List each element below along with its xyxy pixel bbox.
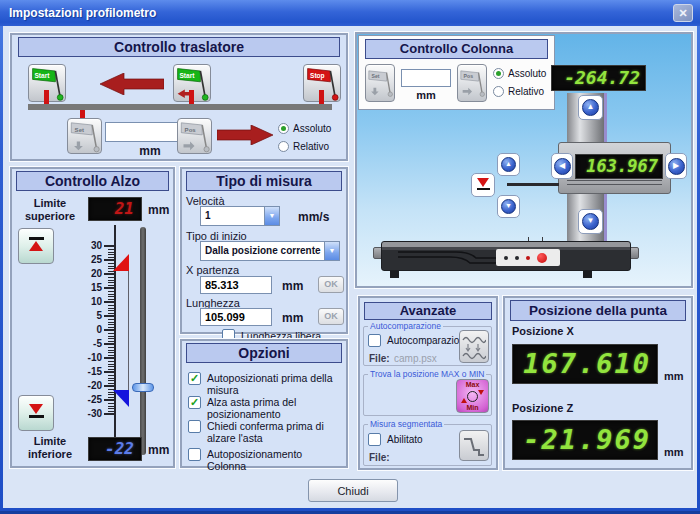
go-lower-limit-button[interactable] bbox=[18, 395, 54, 431]
group-title: Controllo Alzo bbox=[16, 171, 169, 191]
group-title: Controllo Colonna bbox=[365, 39, 548, 59]
x-partenza-label: X partenza bbox=[186, 264, 239, 276]
segmented-profile-icon bbox=[462, 434, 486, 458]
radio-relativo[interactable]: Relativo bbox=[278, 141, 329, 152]
checkbox-box bbox=[368, 334, 381, 347]
svg-text:Set: Set bbox=[372, 73, 380, 79]
fieldset-maxmin: Trova la posizione MAX o MIN Max Min bbox=[363, 374, 492, 416]
chevron-down-icon: ▼ bbox=[264, 207, 279, 225]
group-posizione-punta: Posizione della punta Posizione X 167.61… bbox=[503, 296, 693, 470]
rail-marker bbox=[319, 90, 324, 104]
column-up-button[interactable]: ▲ bbox=[578, 95, 603, 120]
rail-marker bbox=[44, 90, 49, 104]
unit-label: mm bbox=[148, 443, 169, 457]
check-icon: ✓ bbox=[190, 396, 199, 408]
base-led-icon bbox=[526, 256, 530, 260]
posizione-z-label: Posizione Z bbox=[512, 402, 573, 414]
column-down-button[interactable]: ▼ bbox=[578, 209, 603, 234]
opzione-chiedi-conferma-checkbox[interactable]: Chiedi conferma prima di alzare l'asta bbox=[188, 420, 338, 444]
base-button-icon[interactable] bbox=[504, 256, 508, 260]
x-partenza-input[interactable] bbox=[200, 276, 272, 294]
posizione-x-label: Posizione X bbox=[512, 325, 574, 337]
set-flag-icon: Set bbox=[68, 119, 101, 153]
radio-assoluto[interactable]: Assoluto bbox=[278, 123, 331, 134]
arrow-right-icon: ▶ bbox=[673, 162, 679, 170]
move-right-arrow-icon bbox=[217, 125, 273, 145]
probe-down-button[interactable]: ▼ bbox=[497, 195, 520, 218]
unit-label: mm bbox=[148, 203, 169, 217]
set-flag-icon: Set bbox=[366, 65, 394, 101]
colonna-position-input[interactable] bbox=[401, 69, 451, 87]
pos-flag-icon: Pos bbox=[458, 65, 486, 101]
ruler-major-tick bbox=[104, 245, 114, 247]
colonna-position-display: -264.72 bbox=[551, 65, 646, 91]
group-controllo-traslatore: Controllo traslatore Start Start bbox=[10, 33, 348, 161]
checkbox-box bbox=[188, 448, 201, 461]
carriage-right-button[interactable]: ▶ bbox=[665, 153, 687, 179]
file-label: File: bbox=[369, 353, 390, 364]
colonna-radio-relativo[interactable]: Relativo bbox=[493, 86, 544, 97]
lunghezza-ok-button[interactable]: OK bbox=[318, 308, 344, 325]
probe-up-button[interactable]: ▲ bbox=[497, 153, 520, 176]
radio-circle bbox=[278, 141, 289, 152]
base-foot bbox=[390, 271, 399, 278]
colonna-pos-button[interactable]: Pos bbox=[457, 64, 487, 102]
group-title: Tipo di misura bbox=[186, 171, 342, 191]
dialog-window: Impostazioni profilometro ✕ Controllo tr… bbox=[0, 0, 700, 514]
chiudi-button[interactable]: Chiudi bbox=[308, 479, 398, 502]
base-button-icon[interactable] bbox=[515, 256, 519, 260]
arrow-up-icon: ▲ bbox=[505, 160, 512, 168]
arrow-up-icon: ▲ bbox=[587, 103, 595, 111]
misura-segmentata-button[interactable] bbox=[459, 430, 489, 461]
close-icon[interactable]: ✕ bbox=[673, 4, 693, 22]
checkbox-box: ✓ bbox=[188, 396, 201, 409]
arrow-down-icon: ▼ bbox=[505, 202, 512, 210]
abilitato-checkbox[interactable]: Abilitato bbox=[368, 433, 423, 446]
checkbox-box bbox=[188, 420, 201, 433]
opzione-autoposizionamento-colonna-checkbox[interactable]: Autoposizionamento Colonna bbox=[188, 448, 342, 472]
tipo-inizio-dropdown[interactable]: Dalla posizione corrente ▼ bbox=[200, 241, 340, 261]
go-upper-limit-button[interactable] bbox=[18, 228, 54, 264]
machine-view-panel: Controllo Colonna Set mm Pos bbox=[355, 32, 693, 288]
limit-bar-icon bbox=[29, 237, 44, 240]
group-tipo-di-misura: Tipo di misura Velocità 1 ▼ mm/s Tipo di… bbox=[180, 167, 348, 334]
autocomparazione-button[interactable] bbox=[459, 330, 489, 363]
down-triangle-icon bbox=[29, 404, 43, 414]
velocita-dropdown[interactable]: 1 ▼ bbox=[200, 206, 280, 226]
height-slider-track[interactable] bbox=[140, 227, 146, 455]
set-button[interactable]: Set bbox=[67, 118, 102, 154]
rail-marker bbox=[189, 90, 194, 104]
colonna-set-button[interactable]: Set bbox=[365, 64, 395, 102]
probe-arm bbox=[507, 183, 559, 186]
height-slider-thumb[interactable] bbox=[132, 383, 154, 392]
pos-button[interactable]: Pos bbox=[177, 118, 212, 154]
limite-superiore-display: 21 bbox=[88, 197, 142, 221]
probe-marker-button[interactable] bbox=[471, 173, 495, 197]
down-triangle-icon bbox=[477, 178, 489, 187]
svg-text:Start: Start bbox=[179, 72, 195, 79]
carriage-left-button[interactable]: ◀ bbox=[551, 153, 573, 179]
group-avanzate: Avanzate Autocomparazione Autocomparazio… bbox=[358, 296, 498, 470]
group-controllo-alzo: Controllo Alzo Limite superiore 21 mm 30… bbox=[10, 167, 175, 468]
posizione-x-unit: mm bbox=[664, 370, 684, 382]
opzione-autoposizionati-checkbox[interactable]: ✓ Autoposizionati prima della misura bbox=[188, 372, 342, 396]
waveform-icon bbox=[462, 333, 486, 361]
fieldset-autocomparazione: Autocomparazione Autocomparazione File: … bbox=[363, 326, 492, 366]
opzione-alza-asta-checkbox[interactable]: ✓ Alza asta prima del posizionamento bbox=[188, 396, 342, 420]
svg-text:Stop: Stop bbox=[310, 72, 325, 80]
limit-bar-icon bbox=[477, 188, 490, 190]
radio-circle bbox=[278, 123, 289, 134]
colonna-radio-assoluto[interactable]: Assoluto bbox=[493, 68, 546, 79]
checkbox-box: ✓ bbox=[188, 372, 201, 385]
up-triangle-icon bbox=[29, 241, 43, 251]
colonna-unit-label: mm bbox=[401, 89, 451, 101]
posizione-x-display: 167.610 bbox=[512, 344, 658, 384]
limit-marker-line bbox=[128, 269, 129, 391]
lunghezza-input[interactable] bbox=[200, 308, 272, 326]
maxmin-button[interactable]: Max Min bbox=[456, 379, 489, 413]
autocomparazione-checkbox[interactable]: Autocomparazione bbox=[368, 334, 470, 347]
base-stop-button-icon[interactable] bbox=[537, 253, 547, 263]
chevron-down-icon: ▼ bbox=[324, 242, 339, 260]
tick-label: 30 bbox=[70, 240, 102, 251]
x-partenza-ok-button[interactable]: OK bbox=[318, 276, 344, 293]
